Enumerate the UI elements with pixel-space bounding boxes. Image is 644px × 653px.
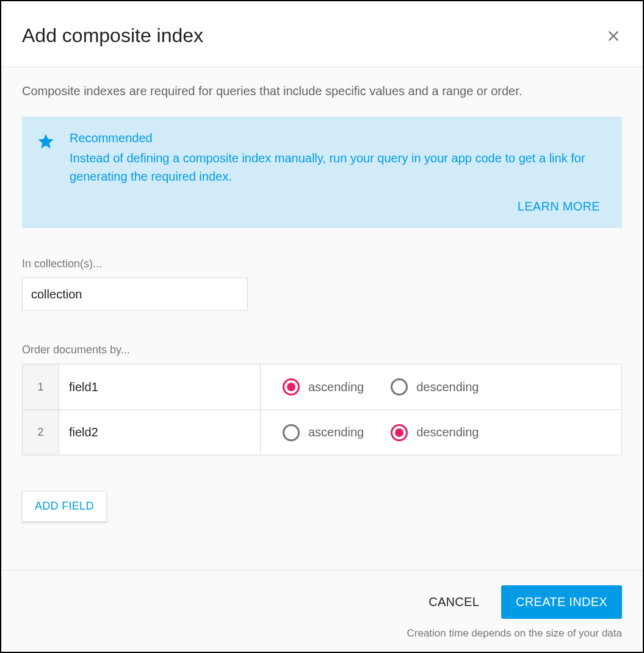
radio-icon — [391, 424, 408, 441]
order-row-number: 1 — [23, 364, 59, 409]
dialog-footer: CANCEL CREATE INDEX Creation time depend… — [1, 570, 643, 652]
cancel-button[interactable]: CANCEL — [429, 595, 479, 609]
dialog-title: Add composite index — [22, 24, 203, 47]
collection-input[interactable] — [22, 278, 248, 311]
order-group: Order documents by... 1 ascending descen… — [22, 344, 622, 455]
footer-actions: CANCEL CREATE INDEX — [22, 585, 622, 619]
order-field-input[interactable] — [59, 410, 261, 455]
descending-radio[interactable]: descending — [391, 378, 479, 395]
order-row: 1 ascending descending — [23, 364, 621, 409]
collection-label: In collection(s)... — [22, 258, 622, 270]
descending-label: descending — [416, 380, 479, 394]
dialog-content: Composite indexes are required for queri… — [1, 67, 643, 570]
order-radio-group: ascending descending — [261, 364, 621, 409]
recommendation-title: Recommended — [70, 131, 604, 145]
recommendation-body: Instead of defining a composite index ma… — [70, 149, 604, 186]
create-index-button[interactable]: CREATE INDEX — [501, 585, 622, 619]
radio-icon — [283, 424, 300, 441]
radio-icon — [391, 378, 408, 395]
footer-note: Creation time depends on the size of you… — [22, 627, 622, 640]
order-row-number: 2 — [23, 410, 59, 455]
star-icon — [37, 132, 55, 151]
collection-group: In collection(s)... — [22, 258, 622, 311]
ascending-label: ascending — [308, 380, 364, 394]
order-field-input[interactable] — [59, 364, 261, 409]
ascending-radio[interactable]: ascending — [283, 424, 364, 441]
descending-label: descending — [416, 425, 479, 439]
recommendation-text: Recommended Instead of defining a compos… — [70, 131, 604, 186]
recommendation-box: Recommended Instead of defining a compos… — [22, 117, 622, 228]
descending-radio[interactable]: descending — [391, 424, 479, 441]
ascending-label: ascending — [308, 425, 364, 439]
radio-icon — [283, 378, 300, 395]
order-row: 2 ascending descending — [23, 409, 621, 455]
add-field-button[interactable]: ADD FIELD — [22, 491, 107, 522]
learn-more-button[interactable]: LEARN MORE — [518, 200, 600, 214]
order-label: Order documents by... — [22, 344, 622, 356]
close-icon[interactable] — [605, 27, 622, 45]
description-text: Composite indexes are required for queri… — [22, 84, 622, 98]
order-radio-group: ascending descending — [261, 410, 621, 455]
order-table: 1 ascending descending 2 — [22, 364, 622, 455]
ascending-radio[interactable]: ascending — [283, 378, 364, 395]
dialog-header: Add composite index — [1, 1, 643, 67]
